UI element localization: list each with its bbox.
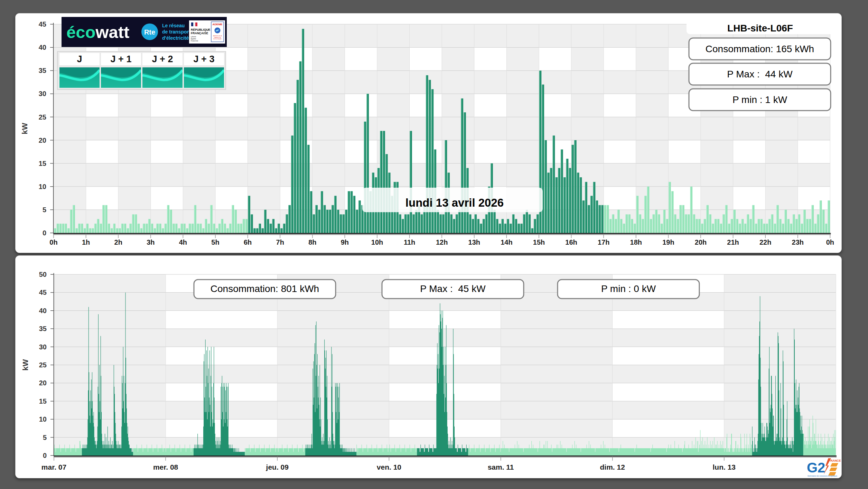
svg-text:ADEME: ADEME	[213, 23, 223, 26]
svg-text:10: 10	[39, 183, 46, 190]
svg-text:écowatt: écowatt	[66, 23, 129, 41]
svg-text:Le réseau: Le réseau	[162, 23, 185, 28]
svg-text:0: 0	[43, 229, 46, 237]
svg-text:17h: 17h	[598, 238, 609, 246]
svg-text:3h: 3h	[147, 238, 155, 246]
svg-text:40: 40	[39, 44, 46, 51]
svg-text:6h: 6h	[244, 238, 252, 246]
svg-text:1h: 1h	[82, 238, 90, 246]
svg-text:5: 5	[43, 206, 46, 214]
svg-text:J + 1: J + 1	[111, 54, 132, 64]
svg-text:10: 10	[39, 415, 47, 423]
svg-text:P min : 0 kW: P min : 0 kW	[601, 283, 656, 294]
svg-text:15h: 15h	[533, 238, 545, 246]
svg-text:Consommation: 801 kWh: Consommation: 801 kWh	[211, 283, 319, 294]
svg-text:FRANCE: FRANCE	[829, 459, 841, 462]
svg-text:AGENCE DE LA: AGENCE DE LA	[213, 35, 222, 37]
svg-text:40: 40	[39, 307, 47, 314]
svg-text:19h: 19h	[662, 238, 674, 246]
svg-text:9h: 9h	[341, 238, 349, 246]
svg-text:J + 2: J + 2	[152, 54, 173, 64]
svg-text:18h: 18h	[630, 238, 642, 246]
svg-text:lun. 13: lun. 13	[713, 463, 736, 471]
svg-text:de transport: de transport	[162, 29, 190, 35]
svg-text:G2: G2	[807, 460, 825, 475]
svg-text:7h: 7h	[276, 238, 284, 246]
svg-text:15: 15	[39, 397, 47, 405]
svg-text:12h: 12h	[436, 238, 448, 246]
svg-text:45: 45	[39, 20, 46, 28]
svg-text:Consommation: 165 kWh: Consommation: 165 kWh	[706, 44, 814, 54]
svg-text:4h: 4h	[179, 238, 187, 246]
svg-text:13h: 13h	[468, 238, 480, 246]
svg-text:25: 25	[39, 361, 47, 369]
svg-text:sam. 11: sam. 11	[488, 463, 514, 471]
svg-text:kW: kW	[20, 123, 29, 134]
svg-text:20: 20	[39, 379, 47, 387]
svg-text:P Max : 44 kW: P Max : 44 kW	[727, 69, 793, 79]
svg-text:P Max : 45 kW: P Max : 45 kW	[420, 283, 486, 294]
svg-text:ÉCOLOGIQUE: ÉCOLOGIQUE	[214, 38, 222, 40]
svg-text:5: 5	[43, 434, 47, 441]
svg-text:mar. 07: mar. 07	[41, 463, 66, 471]
svg-text:d'électricité: d'électricité	[162, 35, 189, 41]
svg-text:TRANSITION: TRANSITION	[214, 37, 221, 38]
svg-text:Optimisation des ressources én: Optimisation des ressources énergétiques	[808, 475, 837, 477]
svg-text:kW: kW	[21, 359, 30, 370]
svg-text:10h: 10h	[371, 238, 383, 246]
svg-text:45: 45	[39, 289, 47, 296]
svg-text:ven. 10: ven. 10	[377, 463, 401, 471]
svg-text:16h: 16h	[565, 238, 577, 246]
svg-text:21h: 21h	[727, 238, 739, 246]
svg-text:RÉPUBLIQUE: RÉPUBLIQUE	[191, 28, 211, 31]
svg-text:30: 30	[39, 90, 46, 97]
svg-text:J: J	[77, 54, 82, 64]
svg-text:0h: 0h	[49, 238, 57, 246]
svg-text:jeu. 09: jeu. 09	[266, 463, 289, 471]
svg-text:8h: 8h	[308, 238, 316, 246]
svg-text:J + 3: J + 3	[194, 54, 215, 64]
svg-text:lundi 13 avril 2026: lundi 13 avril 2026	[405, 196, 504, 209]
svg-text:20h: 20h	[695, 238, 707, 246]
svg-text:FRANÇAISE: FRANÇAISE	[191, 31, 208, 35]
svg-text:15: 15	[39, 160, 46, 167]
svg-text:dim. 12: dim. 12	[600, 463, 625, 471]
svg-text:35: 35	[39, 325, 47, 332]
svg-text:Fraternité: Fraternité	[191, 40, 198, 42]
svg-text:LHB-site-L06F: LHB-site-L06F	[727, 23, 793, 34]
svg-text:11h: 11h	[404, 238, 415, 246]
svg-text:14h: 14h	[501, 238, 512, 246]
svg-text:25: 25	[39, 113, 46, 121]
svg-text:5h: 5h	[211, 238, 219, 246]
svg-text:20: 20	[39, 137, 46, 144]
svg-text:23h: 23h	[792, 238, 804, 246]
svg-text:P min : 1 kW: P min : 1 kW	[732, 94, 787, 105]
svg-text:50: 50	[39, 271, 47, 278]
svg-text:35: 35	[39, 67, 46, 74]
svg-text:2h: 2h	[114, 238, 122, 246]
svg-text:mer. 08: mer. 08	[153, 463, 178, 471]
svg-text:22h: 22h	[759, 238, 771, 246]
svg-text:0h: 0h	[826, 238, 834, 246]
svg-text:30: 30	[39, 343, 47, 351]
svg-text:Rte: Rte	[144, 28, 155, 36]
svg-text:0: 0	[43, 452, 47, 459]
